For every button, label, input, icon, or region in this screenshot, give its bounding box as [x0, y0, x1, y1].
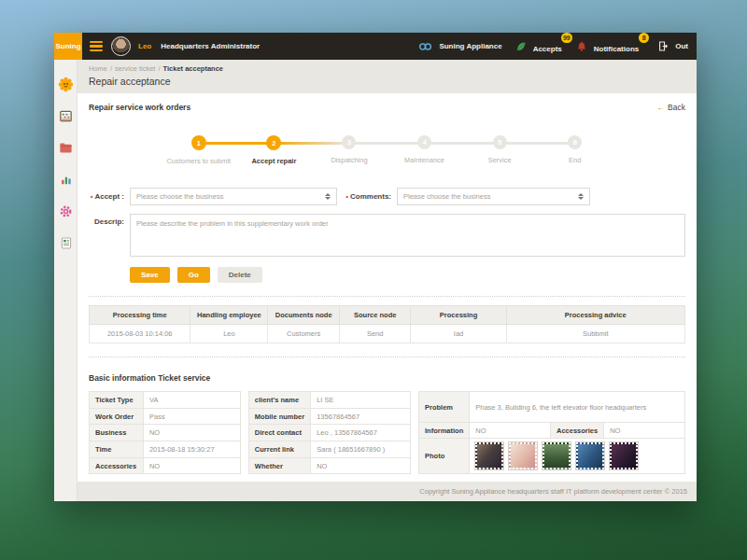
- step-number: 4: [417, 135, 431, 149]
- step-end[interactable]: 6 End: [537, 135, 613, 165]
- dotted-divider: [89, 296, 685, 297]
- sidebar-item-reports[interactable]: [54, 165, 78, 193]
- notifications-badge: 8: [639, 33, 649, 43]
- accept-select[interactable]: Please choose the business: [130, 188, 337, 205]
- top-bar: Suning Leo Headquarters Administrator Su…: [54, 33, 697, 60]
- client-info-table: client's nameLI SE Mobile number13567864…: [248, 391, 411, 474]
- step-service[interactable]: 5 Service: [462, 135, 538, 165]
- logout-icon: [657, 40, 669, 52]
- info-value: Pass: [143, 408, 240, 425]
- brand-name[interactable]: Suning Appliance: [439, 42, 501, 50]
- chart-icon: [60, 173, 73, 186]
- abacus-icon: [59, 109, 73, 123]
- accepts-label: Accepts: [533, 45, 562, 53]
- info-label: Whether: [248, 457, 310, 474]
- info-value: NO: [143, 425, 240, 441]
- info-value: LI SE: [311, 392, 411, 409]
- photo-thumbnail-5[interactable]: [610, 442, 638, 469]
- delete-button[interactable]: Delete: [218, 267, 262, 283]
- step-label: End: [569, 156, 581, 164]
- col-documents-node: Documents node: [268, 306, 340, 325]
- info-row: AccessoriesNO: [90, 457, 241, 474]
- step-label: Accept repair: [251, 157, 296, 165]
- step-label: Customers to submit: [166, 157, 231, 165]
- col-source-node: Source node: [339, 306, 411, 325]
- step-dispatching[interactable]: 3 Dispatching: [312, 135, 388, 165]
- info-label: Information: [418, 423, 469, 439]
- comments-label: Comments:: [345, 192, 397, 201]
- processing-table-header-row: Processing time Handling employee Docume…: [90, 306, 685, 325]
- suning-logo[interactable]: Suning: [54, 33, 82, 60]
- cell-processing-time: 2015-08-03 10:14:06: [90, 325, 190, 343]
- comments-select[interactable]: Please choose the business: [397, 188, 590, 205]
- step-number: 2: [266, 135, 281, 150]
- step-label: Dispatching: [331, 156, 367, 164]
- sidebar-item-settings[interactable]: [54, 197, 78, 225]
- info-row: Current linkSara ( 18651667890 ): [248, 441, 410, 458]
- sidebar-item-home[interactable]: [54, 70, 78, 98]
- info-value: NO: [470, 423, 551, 439]
- info-value: 13567864567: [311, 408, 411, 425]
- footer: Copyright Suning Appliance headquarters …: [78, 482, 697, 501]
- info-label: Direct contact: [248, 425, 310, 441]
- back-button[interactable]: ←Back: [657, 103, 685, 112]
- info-value: NO: [311, 457, 411, 474]
- step-number: 3: [342, 135, 356, 149]
- problem-info-table: Problem Phase 3, Building 6, the left el…: [418, 391, 685, 474]
- sidebar-item-documents[interactable]: [54, 229, 78, 257]
- info-row: Work OrderPass: [90, 408, 241, 425]
- logout-link[interactable]: Out: [675, 42, 688, 50]
- problem-value: Phase 3, Building 6, the left elevator f…: [470, 392, 685, 423]
- step-number: 1: [191, 135, 206, 150]
- menu-icon[interactable]: [90, 41, 103, 52]
- descrip-label: Descrip:: [89, 214, 130, 257]
- cell-processing: Iad: [411, 325, 506, 343]
- step-maintenance[interactable]: 4 Maintenance: [387, 135, 462, 165]
- descrip-textarea[interactable]: [130, 214, 685, 257]
- breadcrumb: Home/service ticket/Ticket acceptance: [89, 64, 697, 73]
- photo-thumbnails: [475, 442, 679, 469]
- document-icon: [60, 236, 73, 250]
- photo-thumbnail-3[interactable]: [543, 442, 571, 469]
- avatar[interactable]: [111, 36, 131, 56]
- app-window: Suning Leo Headquarters Administrator Su…: [54, 33, 697, 501]
- breadcrumb-home[interactable]: Home: [89, 64, 107, 73]
- flower-icon: [58, 77, 74, 92]
- photo-thumbnail-1[interactable]: [475, 442, 503, 469]
- back-label: Back: [668, 103, 685, 112]
- info-label: Accessories: [550, 423, 603, 439]
- ticket-info-table: Ticket TypeVA Work OrderPass BusinessNO …: [89, 391, 241, 474]
- accepts-item[interactable]: Accepts 99: [533, 38, 562, 55]
- info-label: Photo: [418, 439, 469, 474]
- select-arrows-icon: [325, 193, 331, 200]
- info-label: Ticket Type: [90, 392, 144, 409]
- col-handling-employee: Handling employee: [190, 306, 268, 325]
- photo-thumbnail-2[interactable]: [509, 442, 537, 469]
- back-arrow-icon: ←: [657, 103, 666, 112]
- breadcrumb-current: Ticket acceptance: [163, 64, 223, 73]
- save-button[interactable]: Save: [130, 267, 170, 283]
- sidebar-item-files[interactable]: [54, 133, 78, 161]
- go-button[interactable]: Go: [177, 267, 210, 283]
- basic-info-tables: Ticket TypeVA Work OrderPass BusinessNO …: [89, 391, 685, 474]
- photo-thumbnail-4[interactable]: [576, 442, 604, 469]
- link-icon: [418, 41, 432, 52]
- col-processing: Processing: [411, 306, 506, 325]
- info-label: Current link: [248, 441, 310, 458]
- info-row: Direct contactLeo , 13567864567: [248, 425, 410, 441]
- sidebar-item-accounts[interactable]: [54, 102, 78, 130]
- info-value: 2015-08-18 15:30:27: [143, 441, 240, 458]
- step-customers-to-submit[interactable]: 1 Customers to submit: [162, 135, 237, 165]
- info-label: Mobile number: [248, 408, 310, 425]
- user-name[interactable]: Leo: [138, 42, 151, 50]
- topbar-right: Suning Appliance Accepts 99 Notification…: [418, 38, 697, 55]
- table-row[interactable]: 2015-08-03 10:14:06 Leo Customers Send I…: [90, 325, 685, 343]
- step-accept-repair[interactable]: 2 Accept repair: [236, 135, 312, 165]
- breadcrumb-service-ticket[interactable]: service ticket: [115, 64, 155, 73]
- accept-label: Accept :: [89, 192, 130, 201]
- accept-select-value: Please choose the business: [136, 192, 319, 201]
- info-value: NO: [604, 423, 685, 439]
- info-label: Time: [90, 441, 144, 458]
- comments-select-value: Please choose the business: [403, 192, 572, 201]
- notifications-item[interactable]: Notifications 8: [594, 38, 639, 55]
